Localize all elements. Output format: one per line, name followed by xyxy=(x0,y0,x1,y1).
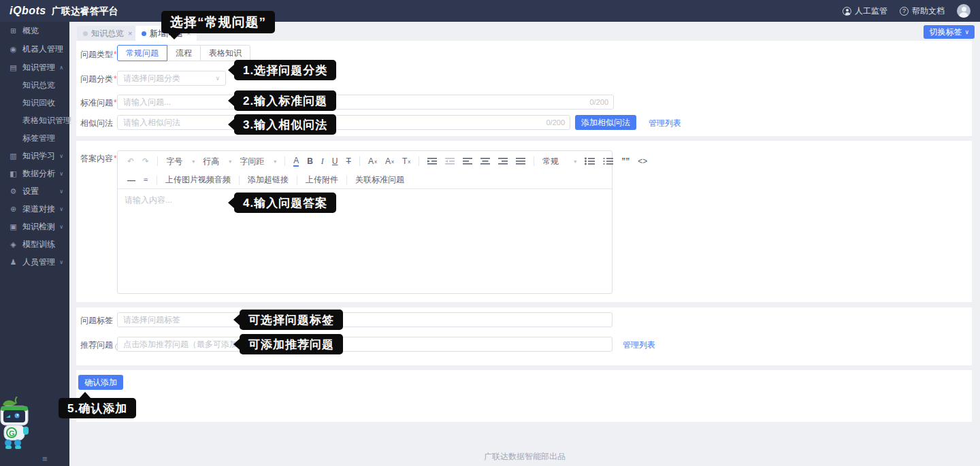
underline-button[interactable]: U xyxy=(328,156,342,166)
sidebar-item-tag-management[interactable]: 标签管理 xyxy=(0,129,69,147)
manual-review-link[interactable]: 人工监管 xyxy=(843,5,887,17)
font-color-button[interactable]: A xyxy=(289,156,303,167)
chevron-down-icon: ∨ xyxy=(59,259,63,265)
code-block-button[interactable]: <> xyxy=(634,156,651,166)
chevron-down-icon: ∨ xyxy=(59,206,63,212)
standard-question-input[interactable] xyxy=(118,95,613,109)
switch-tag-button[interactable]: 切换标签 ∨ xyxy=(924,25,975,39)
callout-step1-category: 1.选择问题分类 xyxy=(234,60,336,80)
similar-question-field: 0/200 xyxy=(117,115,570,130)
tags-card: 问题标签 推荐问题? 管理列表 xyxy=(76,307,972,365)
standard-question-field: 0/200 xyxy=(117,95,614,110)
avatar[interactable] xyxy=(957,4,970,18)
link-standard-question-button[interactable]: 关联标准问题 xyxy=(351,174,408,186)
sidebar-item-knowledge-overview[interactable]: 知识总览 xyxy=(0,76,69,94)
type-option-regular[interactable]: 常规问题 xyxy=(117,45,167,61)
similar-question-input[interactable] xyxy=(118,116,570,129)
superscript-button[interactable]: Ax xyxy=(364,156,381,166)
font-size-dropdown[interactable]: 字号▾ xyxy=(162,156,199,167)
callout-step3-similar-question: 3.输入相似问法 xyxy=(234,114,336,135)
undo-icon[interactable]: ↶ xyxy=(123,156,138,166)
manage-list-link[interactable]: 管理列表 xyxy=(623,339,655,351)
app-root: iQbots 广联达睿答平台 人工监管 ? 帮助文档 ⊞概览 ◉机器人管理 ▤知… xyxy=(0,0,980,466)
subscript-button[interactable]: Ax xyxy=(381,156,398,166)
editor-toolbar-row1: ↶ ↷ 字号▾ 行高▾ 字间距▾ A B I U T Ax Ax Tx xyxy=(118,151,612,171)
tab-knowledge-overview[interactable]: 知识总览 × xyxy=(77,26,138,41)
sidebar-item-data-analysis[interactable]: ◧数据分析∨ xyxy=(0,165,69,182)
outdent-icon[interactable] xyxy=(441,157,459,165)
callout-recommend-tip: 可添加推荐问题 xyxy=(240,334,343,354)
help-icon: ? xyxy=(900,7,909,16)
toolbar-divider xyxy=(284,156,285,166)
bold-button[interactable]: B xyxy=(303,156,317,166)
manual-review-icon xyxy=(843,7,851,16)
sidebar-item-knowledge-learning[interactable]: ▥知识学习∨ xyxy=(0,147,69,165)
bullet-list-icon[interactable] xyxy=(581,157,599,165)
callout-step2-standard-question: 2.输入标准问题 xyxy=(234,90,336,111)
type-option-table[interactable]: 表格知识 xyxy=(200,45,250,61)
sidebar-item-knowledge-recycle[interactable]: 知识回收 xyxy=(0,94,69,112)
paragraph-format-dropdown[interactable]: 常规▾ xyxy=(538,156,581,167)
toolbar-divider xyxy=(157,156,158,166)
sidebar-item-settings[interactable]: ⚙设置∨ xyxy=(0,182,69,200)
caret-down-icon: ▾ xyxy=(574,159,576,165)
grid-icon: ⊞ xyxy=(9,27,18,35)
toolbar-divider xyxy=(359,156,360,166)
sidebar-item-overview[interactable]: ⊞概览 xyxy=(0,22,69,39)
gear-icon: ⚙ xyxy=(9,187,18,196)
upload-attachment-button[interactable]: 上传附件 xyxy=(301,174,342,186)
ordered-list-icon[interactable] xyxy=(599,157,617,165)
category-select[interactable]: 请选择问题分类 ∨ xyxy=(117,71,226,86)
category-label: 问题分类* xyxy=(80,73,117,85)
manage-list-link[interactable]: 管理列表 xyxy=(649,118,681,129)
align-center-icon[interactable] xyxy=(476,157,494,165)
add-similar-question-button[interactable]: 添加相似问法 xyxy=(575,115,636,130)
confirm-add-button[interactable]: 确认添加 xyxy=(78,375,123,390)
editor-content-area[interactable]: 请输入内容... xyxy=(118,189,612,293)
close-icon[interactable]: × xyxy=(128,29,132,37)
platform-title: 广联达睿答平台 xyxy=(52,5,118,18)
text-style-button[interactable]: ≡ xyxy=(139,175,152,185)
letter-spacing-dropdown[interactable]: 字间距▾ xyxy=(235,156,280,167)
recommend-question-input[interactable] xyxy=(118,337,612,351)
robot-mascot-image: G xyxy=(0,397,35,452)
detect-icon: ▣ xyxy=(9,222,18,231)
upload-media-button[interactable]: 上传图片视频音频 xyxy=(161,174,235,186)
char-counter: 0/200 xyxy=(589,98,608,106)
sidebar-item-robot-management[interactable]: ◉机器人管理 xyxy=(0,40,69,58)
horizontal-rule-button[interactable]: — xyxy=(123,176,139,185)
chevron-down-icon: ∨ xyxy=(215,75,220,82)
align-justify-icon[interactable] xyxy=(512,157,529,165)
indent-icon[interactable] xyxy=(423,157,441,165)
recommend-question-field xyxy=(117,337,612,352)
blockquote-button[interactable]: ”” xyxy=(617,156,634,166)
help-docs-link[interactable]: ? 帮助文档 xyxy=(900,5,945,17)
callout-tag-tip: 可选择问题标签 xyxy=(240,310,343,330)
sidebar-item-knowledge-detection[interactable]: ▣知识检测∨ xyxy=(0,218,69,235)
answer-card: 答案内容* ↶ ↷ 字号▾ 行高▾ 字间距▾ A B I U T Ax Ax T… xyxy=(76,141,972,302)
align-right-icon[interactable] xyxy=(494,157,512,165)
strikethrough-button[interactable]: T xyxy=(342,156,355,166)
manual-review-label: 人工监管 xyxy=(855,5,887,17)
chevron-up-icon: ∧ xyxy=(59,65,63,71)
redo-icon[interactable]: ↷ xyxy=(138,156,153,166)
add-hyperlink-button[interactable]: 添加超链接 xyxy=(244,174,293,186)
sidebar-item-knowledge-management[interactable]: ▤知识管理∧ xyxy=(0,59,69,76)
question-tag-input[interactable] xyxy=(118,313,612,327)
sidebar-item-channel-integration[interactable]: ⊕渠道对接∨ xyxy=(0,200,69,218)
char-counter: 0/200 xyxy=(546,118,565,127)
sidebar-item-model-training[interactable]: ◈模型训练 xyxy=(0,235,69,253)
sidebar-item-table-knowledge[interactable]: 表格知识管理 xyxy=(0,112,69,129)
chevron-down-icon: ∨ xyxy=(59,224,63,230)
callout-step5-confirm: 5.确认添加 xyxy=(59,398,136,418)
sidebar-collapse-icon[interactable]: ≡ xyxy=(42,454,48,464)
clear-format-button[interactable]: Tx xyxy=(398,156,414,166)
italic-button[interactable]: I xyxy=(317,156,328,167)
line-height-dropdown[interactable]: 行高▾ xyxy=(199,156,235,167)
question-type-group: 常规问题 流程 表格知识 xyxy=(117,45,250,61)
type-option-flow[interactable]: 流程 xyxy=(167,45,201,61)
align-left-icon[interactable] xyxy=(459,157,476,165)
brand-logo: iQbots 广联达睿答平台 xyxy=(10,5,118,18)
sidebar-item-personnel-management[interactable]: ♟人员管理∨ xyxy=(0,253,69,271)
toolbar-divider xyxy=(297,176,297,185)
